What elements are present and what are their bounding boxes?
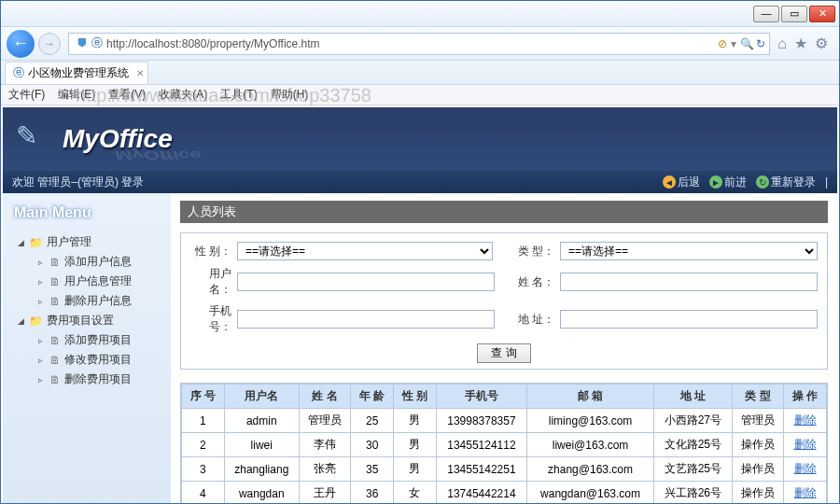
tree-label: 删除费用项目 xyxy=(64,371,132,387)
arrow-icon: ▹ xyxy=(38,277,46,287)
label-phone: 手机号： xyxy=(190,303,237,335)
delete-link[interactable]: 删除 xyxy=(794,438,817,451)
table-cell: 13745442214 xyxy=(436,482,527,505)
maximize-button[interactable]: ▭ xyxy=(781,6,807,22)
delete-link[interactable]: 删除 xyxy=(794,413,817,427)
table-cell: 36 xyxy=(351,482,394,505)
input-address[interactable] xyxy=(560,310,818,329)
table-cell: wangdan@163.com xyxy=(527,482,654,505)
table-cell: liming@163.com xyxy=(527,409,654,433)
window-titlebar: — ▭ ✕ xyxy=(1,1,839,27)
favorites-icon[interactable]: ★ xyxy=(794,35,807,52)
menu-favorites[interactable]: 收藏夹(A) xyxy=(159,87,207,103)
welcome-bar: 欢迎 管理员–(管理员) 登录 ◄后退 ►前进 ↻重新登录 | xyxy=(1,171,839,193)
action-cell: 删除 xyxy=(784,409,827,433)
tree-group[interactable]: ◢📁用户管理 xyxy=(8,232,165,252)
file-icon: 🗎 xyxy=(49,373,61,386)
nav-back-button[interactable]: ← xyxy=(7,30,35,58)
dropdown-icon[interactable]: ▾ xyxy=(731,37,736,50)
menu-tools[interactable]: 工具(T) xyxy=(220,87,257,103)
menu-edit[interactable]: 编辑(E) xyxy=(58,87,95,103)
link-forward[interactable]: ►前进 xyxy=(709,175,747,190)
table-cell: 13455124112 xyxy=(436,433,527,457)
query-button[interactable]: 查 询 xyxy=(477,343,530,363)
col-header: 性 别 xyxy=(393,385,436,409)
tree-label: 添加用户信息 xyxy=(64,254,132,270)
tree-item[interactable]: ▹🗎删除用户信息 xyxy=(8,291,165,311)
input-username[interactable] xyxy=(237,273,495,291)
table-row: 1admin管理员25男13998378357liming@163.com小西路… xyxy=(182,409,827,433)
tree-item[interactable]: ▹🗎添加用户信息 xyxy=(8,252,165,272)
table-cell: 小西路27号 xyxy=(653,409,732,433)
label-realname: 姓 名： xyxy=(513,274,560,290)
menu-file[interactable]: 文件(F) xyxy=(8,87,45,103)
tree-label: 添加费用项目 xyxy=(64,332,132,348)
arrow-icon: ▹ xyxy=(38,336,46,345)
col-header: 年 龄 xyxy=(351,385,394,409)
forward-icon: ► xyxy=(709,175,722,189)
delete-link[interactable]: 删除 xyxy=(794,486,817,499)
stop-icon[interactable]: ⊘ xyxy=(718,37,727,50)
tree-item[interactable]: ▹🗎用户信息管理 xyxy=(8,272,165,291)
address-bar[interactable]: ⛊ ⓔ ⊘ ▾ 🔍 ↻ xyxy=(68,33,770,55)
input-realname[interactable] xyxy=(560,273,818,291)
col-header: 地 址 xyxy=(653,385,732,409)
tree-label: 修改费用项目 xyxy=(64,352,132,368)
minimize-button[interactable]: — xyxy=(753,6,779,22)
table-cell: liwei@163.com xyxy=(527,433,654,457)
url-input[interactable] xyxy=(106,37,718,50)
table-cell: 30 xyxy=(351,433,394,457)
table-cell: 文艺路25号 xyxy=(653,457,732,482)
input-phone[interactable] xyxy=(237,310,495,329)
table-cell: 3 xyxy=(182,457,225,482)
folder-icon: 📁 xyxy=(29,236,43,249)
col-header: 操 作 xyxy=(784,385,827,409)
menu-bar: 文件(F) 编辑(E) 查看(V) 收藏夹(A) 工具(T) 帮助(H) xyxy=(1,85,839,105)
sidebar-title: Main Menu xyxy=(8,201,165,225)
link-back[interactable]: ◄后退 xyxy=(663,175,700,190)
tree-item[interactable]: ▹🗎修改费用项目 xyxy=(8,350,165,370)
action-cell: 删除 xyxy=(784,482,827,505)
delete-link[interactable]: 删除 xyxy=(794,462,817,475)
tab-close-icon[interactable]: ✕ xyxy=(136,68,144,78)
table-cell: 操作员 xyxy=(732,433,783,457)
tree-group[interactable]: ◢📁费用项目设置 xyxy=(8,311,165,330)
close-button[interactable]: ✕ xyxy=(809,6,835,22)
tab-title: 小区物业费管理系统 xyxy=(28,65,129,81)
tree-item[interactable]: ▹🗎添加费用项目 xyxy=(8,330,165,350)
tree-label: 费用项目设置 xyxy=(47,313,114,329)
nav-forward-button[interactable]: → xyxy=(38,33,61,55)
table-cell: zhangliang xyxy=(224,457,299,482)
file-icon: 🗎 xyxy=(49,275,61,288)
col-header: 邮 箱 xyxy=(527,385,654,409)
arrow-icon: ▹ xyxy=(38,375,46,385)
tree-label: 用户管理 xyxy=(47,234,91,250)
action-cell: 删除 xyxy=(784,457,827,482)
menu-view[interactable]: 查看(V) xyxy=(108,87,146,103)
tree-item[interactable]: ▹🗎删除费用项目 xyxy=(8,370,165,389)
table-cell: 男 xyxy=(393,457,436,482)
select-type[interactable]: ==请选择== xyxy=(560,242,818,260)
ie-icon: ⓔ xyxy=(91,35,103,51)
table-cell: 操作员 xyxy=(732,457,783,482)
link-relogin[interactable]: ↻重新登录 xyxy=(756,175,816,190)
table-row: 3zhangliang张亮35男13455142251zhang@163.com… xyxy=(182,457,827,482)
arrow-icon: ▹ xyxy=(38,258,46,267)
search-icon[interactable]: 🔍 xyxy=(740,37,754,50)
table-cell: 李伟 xyxy=(299,433,350,457)
refresh-icon[interactable]: ↻ xyxy=(756,37,765,50)
arrow-icon: ▹ xyxy=(38,297,46,306)
select-gender[interactable]: ==请选择== xyxy=(237,242,493,260)
tab-strip: ⓔ 小区物业费管理系统 ✕ xyxy=(1,61,839,85)
file-icon: 🗎 xyxy=(49,295,61,308)
content-area: 人员列表 性 别：==请选择== 类 型：==请选择== 用户名： 姓 名： 手… xyxy=(171,193,837,504)
browser-tab[interactable]: ⓔ 小区物业费管理系统 ✕ xyxy=(5,62,148,84)
menu-help[interactable]: 帮助(H) xyxy=(271,87,309,103)
label-username: 用户名： xyxy=(190,266,237,298)
home-icon[interactable]: ⌂ xyxy=(777,35,787,52)
table-row: 2liwei李伟30男13455124112liwei@163.com文化路25… xyxy=(182,433,827,457)
sidebar: Main Menu ◢📁用户管理▹🗎添加用户信息▹🗎用户信息管理▹🗎删除用户信息… xyxy=(3,193,171,504)
table-cell: 女 xyxy=(393,482,436,505)
table-cell: zhang@163.com xyxy=(527,457,654,482)
gear-icon[interactable]: ⚙ xyxy=(815,35,828,52)
